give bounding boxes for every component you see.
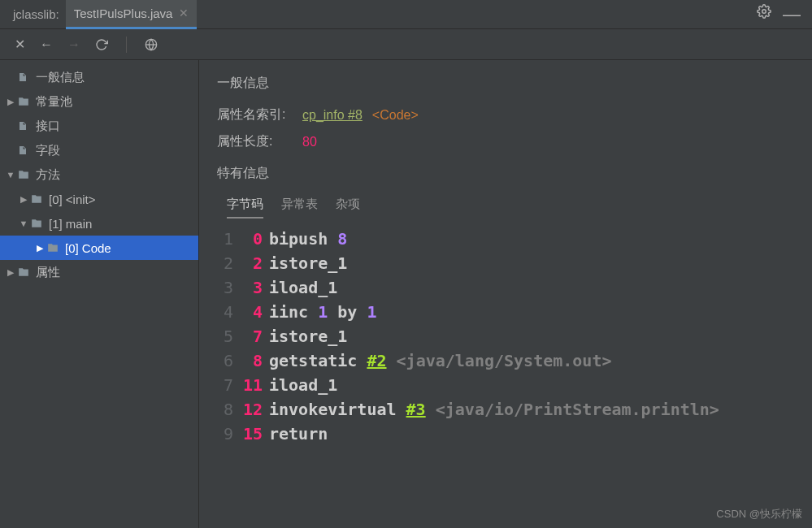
tree-item-label: 字段	[33, 143, 60, 158]
tab-misc[interactable]: 杂项	[336, 197, 360, 219]
tree-item[interactable]: ▼方法	[0, 162, 198, 187]
tree-item-label: 方法	[33, 167, 60, 183]
folder-icon	[18, 96, 33, 107]
line-number: 3	[217, 275, 240, 300]
tree-item-label: 属性	[33, 265, 60, 280]
attr-length-value: 80	[302, 135, 317, 149]
line-number: 2	[217, 251, 240, 275]
pc-offset: 8	[240, 348, 269, 373]
bc-token: by	[328, 300, 367, 324]
section-general-info: 一般信息	[217, 75, 812, 92]
refresh-icon[interactable]	[95, 38, 108, 51]
expand-arrow-icon[interactable]: ▶	[16, 194, 31, 205]
cp-ref-link[interactable]: #3	[406, 397, 426, 422]
close-icon[interactable]: ✕	[179, 6, 189, 19]
pc-offset: 7	[240, 324, 269, 348]
tree-item-label: 一般信息	[33, 70, 85, 85]
bytecode-listing: 10bipush 822istore_133iload_144iinc 1 by…	[217, 227, 812, 446]
code-tag: <Code>	[372, 108, 419, 123]
bytecode-line: 68getstatic #2 <java/lang/System.out>	[217, 348, 812, 373]
section-specific-info: 特有信息	[217, 165, 812, 182]
expand-arrow-icon[interactable]: ▶	[3, 267, 18, 278]
tree-item-label: 接口	[33, 119, 60, 134]
pc-offset: 4	[240, 300, 269, 324]
folder-icon	[18, 169, 33, 180]
pc-offset: 3	[240, 275, 269, 300]
tree-item-label: [0] <init>	[46, 193, 96, 206]
line-number: 5	[217, 324, 240, 348]
expand-arrow-icon[interactable]: ▶	[3, 97, 18, 107]
bc-token: invokevirtual	[269, 397, 406, 422]
attr-length-label: 属性长度:	[217, 133, 294, 150]
folder-icon	[31, 193, 46, 205]
expand-arrow-icon[interactable]: ▼	[3, 170, 18, 180]
attr-length-row: 属性长度: 80	[217, 133, 812, 150]
tree-item[interactable]: ▼[1] main	[0, 211, 198, 236]
bc-token: getstatic	[269, 348, 367, 373]
bc-token: 1	[318, 300, 328, 324]
gear-icon[interactable]	[757, 4, 771, 25]
bc-token: return	[269, 422, 328, 446]
tab-exception-table[interactable]: 异常表	[281, 197, 318, 219]
pc-offset: 0	[240, 227, 269, 251]
tree-item[interactable]: 接口	[0, 114, 198, 138]
close-panel-icon[interactable]: ✕	[15, 37, 25, 52]
bc-token: istore_1	[269, 251, 347, 275]
pc-offset: 11	[240, 373, 269, 397]
line-number: 7	[217, 373, 240, 397]
folder-icon	[18, 266, 33, 278]
tree-item-label: [0] Code	[62, 241, 111, 255]
tree-sidebar: 一般信息▶常量池接口字段▼方法▶[0] <init>▼[1] main▶[0] …	[0, 60, 199, 528]
expand-arrow-icon[interactable]: ▶	[33, 243, 47, 253]
file-icon	[18, 120, 33, 132]
file-icon	[18, 145, 33, 156]
pc-offset: 2	[240, 251, 269, 275]
bc-token: iinc	[269, 300, 318, 324]
bc-token: iload_1	[269, 275, 337, 300]
back-icon[interactable]: ←	[40, 37, 53, 52]
sub-tabs: 字节码 异常表 杂项	[227, 197, 812, 219]
pc-offset: 12	[240, 397, 269, 422]
file-tab[interactable]: TestIPulsPlus.java ✕	[66, 0, 198, 29]
bytecode-line: 812invokevirtual #3 <java/io/PrintStream…	[217, 397, 812, 422]
tree-item-label: [1] main	[46, 217, 92, 231]
titlebar: jclasslib: TestIPulsPlus.java ✕ —	[0, 0, 812, 29]
bytecode-line: 44iinc 1 by 1	[217, 300, 812, 324]
attr-name-row: 属性名索引: cp_info #8 <Code>	[217, 106, 812, 123]
tree-item[interactable]: ▶属性	[0, 260, 198, 284]
bytecode-line: 33iload_1	[217, 275, 812, 300]
cp-info-link[interactable]: cp_info #8	[302, 108, 363, 123]
svg-point-0	[762, 9, 766, 13]
bytecode-line: 22istore_1	[217, 251, 812, 275]
bc-token: <java/io/PrintStream.println>	[426, 397, 719, 422]
line-number: 4	[217, 300, 240, 324]
bc-token: <java/lang/System.out>	[387, 348, 612, 373]
folder-icon	[47, 242, 62, 253]
folder-icon	[31, 218, 46, 229]
app-name: jclasslib:	[7, 7, 66, 21]
file-icon	[18, 71, 33, 83]
tab-title: TestIPulsPlus.java	[74, 6, 173, 20]
line-number: 8	[217, 397, 240, 422]
tree-item[interactable]: ▶[0] <init>	[0, 187, 198, 211]
tree-item[interactable]: ▶[0] Code	[0, 236, 198, 260]
line-number: 9	[217, 422, 240, 446]
toolbar: ✕ ← →	[0, 29, 812, 60]
content-panel: 一般信息 属性名索引: cp_info #8 <Code> 属性长度: 80 特…	[199, 60, 812, 528]
expand-arrow-icon[interactable]: ▼	[16, 219, 31, 228]
bc-token: 1	[367, 300, 376, 324]
tree-item[interactable]: 一般信息	[0, 65, 198, 89]
bytecode-line: 711iload_1	[217, 373, 812, 397]
tab-bytecode[interactable]: 字节码	[227, 197, 263, 219]
forward-icon[interactable]: →	[67, 37, 80, 52]
web-icon[interactable]	[145, 38, 158, 51]
minimize-icon[interactable]: —	[783, 4, 801, 25]
bytecode-line: 57istore_1	[217, 324, 812, 348]
tree-item[interactable]: ▶常量池	[0, 89, 198, 114]
bytecode-line: 10bipush 8	[217, 227, 812, 251]
bytecode-line: 915return	[217, 422, 812, 446]
pc-offset: 15	[240, 422, 269, 446]
line-number: 1	[217, 227, 240, 251]
tree-item[interactable]: 字段	[0, 138, 198, 162]
cp-ref-link[interactable]: #2	[367, 348, 386, 373]
